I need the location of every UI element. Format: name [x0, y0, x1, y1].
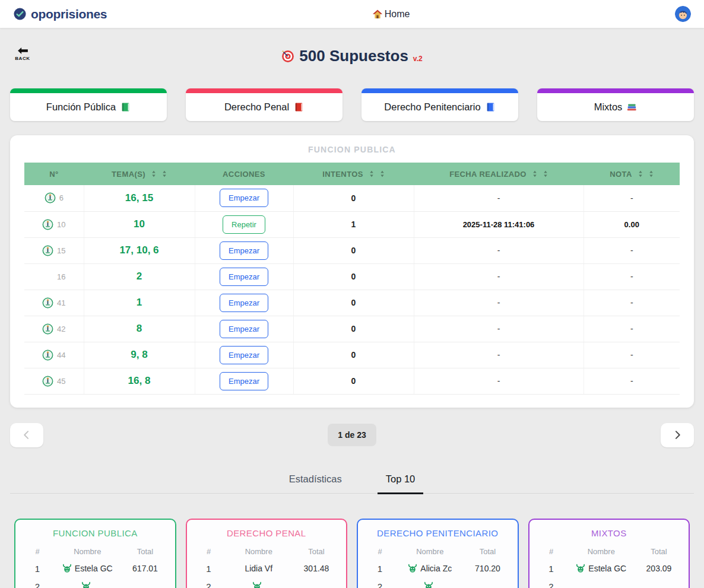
column-header-temas[interactable]: TEMA(S): [84, 163, 195, 185]
blue-book-icon: [486, 102, 496, 112]
leaderboard-header: #NombreTotal: [195, 547, 338, 556]
nota-value: -: [584, 368, 680, 394]
empezar-button[interactable]: Empezar: [220, 189, 268, 207]
prev-page-button[interactable]: [10, 423, 43, 447]
sort-icon[interactable]: [151, 170, 156, 177]
leaderboard-funcion-publica: FUNCION PUBLICA #NombreTotal 1 Estela GC…: [14, 519, 176, 588]
books-stack-icon: [627, 102, 637, 112]
home-link[interactable]: Home: [372, 9, 410, 20]
category-funcion-publica[interactable]: Función Pública: [10, 88, 167, 121]
column-header-nota[interactable]: NOTA: [584, 163, 680, 185]
table-row: 15 17, 10, 6 Empezar 0 - -: [24, 237, 680, 263]
leaderboard-title: MIXTOS: [538, 528, 681, 538]
nota-value: 0.00: [584, 211, 680, 237]
fecha-value: -: [414, 368, 584, 394]
empezar-button[interactable]: Empezar: [220, 294, 268, 312]
back-arrow-icon: [17, 47, 29, 55]
empezar-button[interactable]: Empezar: [220, 241, 268, 260]
player-total: 203.09: [638, 564, 680, 573]
category-label: Mixtos: [594, 101, 623, 113]
fecha-value: -: [414, 290, 584, 316]
sort-icon[interactable]: [543, 170, 548, 177]
leaderboard-header: #NombreTotal: [538, 547, 681, 556]
leaderboard-mixtos: MIXTOS #NombreTotal 1 Estela GC 203.09 2: [528, 519, 690, 588]
target-icon: [281, 50, 294, 63]
supuesto-badge-icon: [42, 323, 53, 335]
leaderboard-row: 1 Estela GC 617.01: [24, 564, 167, 574]
temas-value: 16, 8: [84, 368, 195, 394]
player-name: Estela GC: [75, 564, 113, 573]
leaderboard-row: 2: [195, 581, 338, 588]
player-name: Alicia Zc: [420, 564, 452, 573]
nota-value: -: [584, 316, 680, 342]
temas-value: 9, 8: [84, 342, 195, 368]
leaderboard-title: DERECHO PENITENCIARIO: [366, 528, 509, 538]
sort-icon[interactable]: [638, 170, 643, 177]
leaderboard-title: FUNCION PUBLICA: [24, 528, 167, 538]
category-derecho-penitenciario[interactable]: Derecho Penitenciario: [361, 88, 518, 121]
table-row: 41 1 Empezar 0 - -: [24, 290, 680, 316]
chevron-left-icon: [21, 429, 33, 441]
table-row: 44 9, 8 Empezar 0 - -: [24, 342, 680, 368]
supuesto-badge-icon: [45, 192, 56, 204]
sort-icon[interactable]: [162, 170, 167, 177]
navbar-center: Home: [107, 9, 675, 20]
top10-leaderboards: FUNCION PUBLICA #NombreTotal 1 Estela GC…: [14, 519, 690, 588]
sort-icon[interactable]: [369, 170, 374, 177]
empezar-button[interactable]: Empezar: [220, 320, 268, 338]
intentos-value: 0: [293, 185, 414, 211]
supuesto-badge-icon: [42, 297, 53, 309]
empezar-button[interactable]: Empezar: [220, 268, 268, 286]
column-header-intentos[interactable]: INTENTOS: [293, 163, 414, 185]
supuesto-number: 6: [59, 193, 64, 202]
table-row: 10 10 Repetir 1 2025-11-28 11:41:06 0.00: [24, 211, 680, 237]
fecha-value: -: [414, 237, 584, 263]
top-navbar: opoprisiones Home: [0, 0, 704, 28]
empezar-button[interactable]: Empezar: [220, 372, 268, 390]
leaderboard-title: DERECHO PENAL: [195, 528, 338, 538]
chevron-right-icon: [671, 429, 683, 441]
next-page-button[interactable]: [661, 423, 694, 447]
leaderboard-row: 2: [366, 581, 509, 588]
brand-logo[interactable]: opoprisiones: [13, 7, 107, 21]
leaderboard-header: #NombreTotal: [366, 547, 509, 556]
sort-icon[interactable]: [649, 170, 654, 177]
supuesto-number: 10: [57, 220, 65, 229]
column-header-acciones: ACCIONES: [195, 163, 293, 185]
leaderboard-row: 1 Estela GC 203.09: [538, 564, 681, 574]
leaderboard-derecho-penitenciario: DERECHO PENITENCIARIO #NombreTotal 1 Ali…: [357, 519, 519, 588]
supuesto-badge-icon: [42, 245, 53, 256]
intentos-value: 0: [293, 368, 414, 394]
supuesto-badge-icon: [42, 219, 53, 230]
column-header-numero: N°: [24, 163, 84, 185]
version-badge: v.2: [413, 55, 423, 63]
page-indicator: 1 de 23: [328, 424, 376, 446]
user-avatar[interactable]: [675, 6, 691, 22]
category-mixtos[interactable]: Mixtos: [537, 88, 694, 121]
bull-icon: [252, 581, 262, 588]
green-book-icon: [120, 102, 131, 112]
temas-value: 8: [84, 316, 195, 342]
table-row: 45 16, 8 Empezar 0 - -: [24, 368, 680, 394]
bull-icon: [424, 581, 433, 588]
user-avatar-icon: [675, 6, 691, 22]
sort-icon[interactable]: [380, 170, 385, 177]
leaderboard-row: 2: [538, 581, 681, 588]
back-label: BACK: [15, 56, 30, 61]
column-header-fecha[interactable]: FECHA REALIZADO: [414, 163, 584, 185]
tab-top10[interactable]: Top 10: [378, 469, 424, 494]
supuesto-badge-icon: [42, 376, 53, 387]
tab-estadisticas[interactable]: Estadísticas: [281, 469, 350, 493]
empezar-button[interactable]: Empezar: [220, 346, 268, 364]
supuestos-panel: FUNCION PUBLICA N° TEMA(S): [10, 135, 694, 408]
temas-value: 2: [84, 263, 195, 290]
leaderboard-row: 1 Alicia Zc 710.20: [366, 564, 509, 574]
main-content: BACK 500 Supuestos v.2 Función Pública D…: [0, 46, 704, 494]
fecha-value: -: [414, 263, 584, 290]
category-derecho-penal[interactable]: Derecho Penal: [186, 88, 343, 121]
home-icon: [372, 9, 383, 19]
sort-icon[interactable]: [532, 170, 537, 177]
back-button[interactable]: BACK: [12, 47, 33, 61]
repetir-button[interactable]: Repetir: [223, 215, 265, 234]
page-title: 500 Supuestos v.2: [10, 46, 694, 65]
